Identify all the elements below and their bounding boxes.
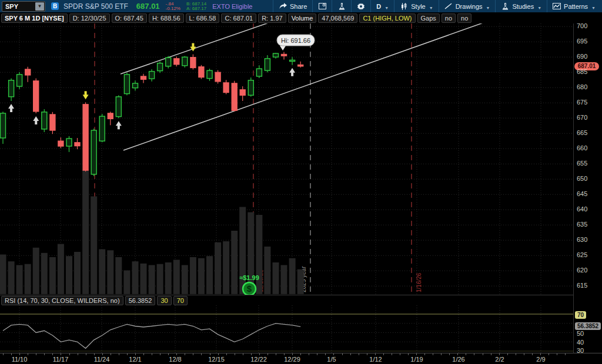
time-axis-label: 11/17 [53,356,69,363]
price-axis-label: 675 [577,99,587,106]
time-axis-label: 11/24 [94,356,110,363]
symbol-input[interactable]: SPY [2,3,35,10]
time-axis-tick [557,353,557,355]
chevron-down-icon[interactable]: ▼ [35,2,44,11]
time-axis-tick [359,353,359,355]
time-axis-tick [143,353,144,355]
session-badge: EXTO Eligible [212,3,252,10]
time-axis-tick [424,353,425,355]
time-axis-tick [433,353,433,355]
time-axis-tick [375,353,376,355]
price-axis-label: 615 [577,282,587,289]
time-axis-label: 12/15 [208,356,225,363]
time-axis-tick [78,353,78,355]
time-axis-tick [350,353,351,355]
price-axis-label: 620 [577,267,587,274]
time-axis-tick [507,353,508,355]
rsi-overbought-bubble: 70 [575,311,586,319]
time-axis-tick [3,353,4,355]
gaps-label-cell[interactable]: Gaps [417,14,440,23]
time-axis-tick [102,353,103,355]
gaps-toggle-cell[interactable]: no [442,14,456,23]
volume-label-cell[interactable]: Volume [288,14,317,23]
time-axis-label: 11/10 [12,356,28,363]
rsi-high-cell: 70 [173,296,188,305]
broker-badge-icon[interactable]: B [51,2,59,10]
chart-title-cell[interactable]: SPY 6 M 1D [NYSE] [1,14,68,23]
time-axis-tick [474,353,474,355]
rsi-tick-50: 50 [577,330,584,337]
time-axis-tick [309,353,309,355]
time-axis-tick [69,353,70,355]
style-button[interactable]: Style▼ [394,0,438,12]
chart-panel-button[interactable] [312,0,332,12]
drawings-button[interactable]: Drawings▼ [439,0,496,12]
studies-button[interactable]: Studies▼ [495,0,547,12]
time-axis[interactable]: 11/1011/1711/2412/112/812/1512/2212/291/… [0,353,602,364]
time-axis-tick [152,353,152,355]
time-axis-tick [532,353,533,355]
time-axis-tick [52,353,53,355]
time-axis-tick [243,353,243,355]
time-axis-tick [210,353,210,355]
time-axis-tick [135,353,136,355]
time-axis-tick [259,353,260,355]
price-axis-label: 695 [577,38,587,45]
rsi-axis[interactable]: 70 56.3852 50 40 30 [573,295,602,353]
flask-icon [501,2,509,11]
price-axis-label: 665 [577,129,587,136]
price-axis-label: 625 [577,251,587,258]
price-axis-label: 650 [577,175,587,182]
time-axis-tick [235,353,235,355]
price-axis-label: 635 [577,221,587,228]
trendline-icon [444,2,453,11]
analysis-tools-button[interactable] [332,0,351,12]
chart-style-icon [400,2,408,11]
caret-icon: ▼ [537,6,541,10]
timeframe-button[interactable]: D▼ [370,0,394,12]
price-axis-label: 690 [577,53,587,60]
rsi-tick-40: 40 [577,339,584,346]
price-chart-pane[interactable]: 11/21/2512/19/252025 year1/16/26$≈$1.99H… [0,23,573,295]
rsi-study-label[interactable]: RSI (14, 70, 30, CLOSE, WILDERS, no) [1,296,123,305]
price-axis-label: 660 [577,144,587,151]
time-axis-label: 1/26 [452,356,464,363]
price-axis-label: 655 [577,160,587,167]
price-axis-label: 630 [577,236,587,243]
time-axis-label: 1/5 [327,356,336,363]
price-axis-label: 645 [577,190,587,197]
time-axis-tick [251,353,252,355]
time-axis-tick [466,353,466,355]
ask-value: A: 687.17 [186,6,206,11]
rsi-tick-30: 30 [577,347,584,353]
trading-platform-window: SPY ▼ B SPDR S&P 500 ETF 687.01 -.84 -0.… [0,0,602,364]
candle-pattern-cell[interactable]: C1 (HIGH, LOW) [359,14,415,23]
gaps-toggle-cell[interactable]: no [457,14,471,23]
timeframe-value: D [376,3,381,10]
time-axis-tick [441,353,442,355]
share-button[interactable]: Share [273,0,312,12]
patterns-button[interactable]: Patterns▼ [547,0,601,12]
time-axis-tick [549,353,549,355]
time-axis-tick [226,353,227,355]
settings-button[interactable] [351,0,370,12]
pane-divider[interactable] [0,295,602,295]
time-axis-tick [94,353,95,355]
price-axis-label: 700 [577,23,587,29]
time-axis-tick [201,353,202,355]
rsi-study-header: RSI (14, 70, 30, CLOSE, WILDERS, no) 56.… [1,296,188,305]
time-axis-tick [292,353,293,355]
caret-icon: ▼ [591,6,596,10]
time-axis-label: 1/12 [369,356,382,363]
time-axis-tick [267,353,268,355]
rsi-chart-pane[interactable] [0,305,573,353]
instrument-name: SPDR S&P 500 ETF [63,2,128,11]
pattern-zigzag-icon [553,2,561,11]
price-axis[interactable]: 687.01 700695690685680675670665660655650… [573,23,602,295]
gear-icon [357,2,365,11]
time-axis-tick [524,353,524,355]
price-axis-label: 685 [577,68,587,75]
price-axis-label: 680 [577,83,587,90]
toolbar-actions: Share D▼ [273,0,601,12]
symbol-select[interactable]: SPY ▼ [2,1,45,12]
